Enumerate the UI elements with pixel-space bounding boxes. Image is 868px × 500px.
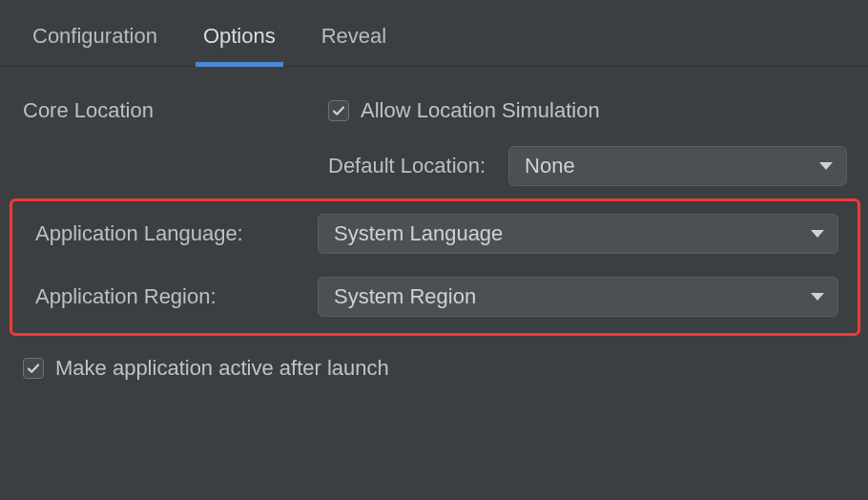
- default-location-select[interactable]: None: [508, 146, 847, 186]
- language-region-highlight: Application Language: System Language Ap…: [10, 198, 860, 336]
- application-language-label: Application Language:: [22, 221, 318, 246]
- allow-location-simulation-checkbox[interactable]: Allow Location Simulation: [328, 98, 600, 123]
- application-region-select[interactable]: System Region: [318, 277, 838, 317]
- core-location-row: Core Location Allow Location Simulation: [23, 88, 857, 134]
- allow-location-simulation-label: Allow Location Simulation: [361, 98, 600, 123]
- make-active-label: Make application active after launch: [55, 356, 389, 381]
- chevron-down-icon: [811, 230, 824, 238]
- checkbox-box: [23, 358, 44, 379]
- tabs-bar: Configuration Options Reveal: [0, 0, 868, 67]
- checkmark-icon: [331, 103, 346, 118]
- default-location-label: Default Location:: [328, 154, 486, 178]
- application-region-row: Application Region: System Region: [22, 274, 848, 320]
- options-panel: Core Location Allow Location Simulation …: [0, 67, 868, 391]
- make-active-checkbox[interactable]: Make application active after launch: [23, 356, 389, 381]
- application-language-row: Application Language: System Language: [22, 211, 848, 257]
- core-location-label: Core Location: [23, 98, 328, 123]
- tab-options[interactable]: Options: [203, 7, 276, 66]
- make-active-row: Make application active after launch: [23, 345, 857, 391]
- application-region-label: Application Region:: [22, 284, 318, 309]
- application-region-value: System Region: [334, 284, 476, 309]
- checkmark-icon: [26, 361, 41, 376]
- default-location-row: Default Location: None: [23, 143, 857, 189]
- chevron-down-icon: [811, 293, 824, 301]
- tab-configuration[interactable]: Configuration: [32, 7, 157, 66]
- application-language-select[interactable]: System Language: [318, 214, 838, 254]
- checkbox-box: [328, 100, 349, 121]
- tab-reveal[interactable]: Reveal: [321, 7, 386, 66]
- application-language-value: System Language: [334, 221, 503, 246]
- default-location-value: None: [525, 154, 575, 178]
- chevron-down-icon: [819, 162, 833, 170]
